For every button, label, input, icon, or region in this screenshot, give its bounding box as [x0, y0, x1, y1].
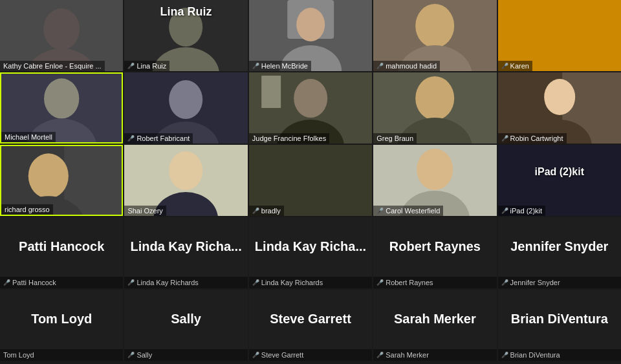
sarah-big-name: Sarah Merker: [394, 312, 476, 327]
cell-michael[interactable]: Michael Mortell: [0, 72, 123, 144]
cell-judge[interactable]: Judge Francine Ffolkes: [249, 72, 372, 144]
lina-mic-icon: 🎤: [127, 63, 135, 69]
label-sally: 🎤 Sally: [124, 349, 247, 361]
cell-sarah[interactable]: Sarah Merker 🎤 Sarah Merker: [373, 290, 496, 361]
bradly-name: bradly: [261, 207, 281, 215]
patti-big-name: Patti Hancock: [19, 239, 104, 254]
robert-r-name: Robert Raynes: [386, 279, 433, 286]
label-sarah: 🎤 Sarah Merker: [373, 349, 496, 361]
label-linda2: 🎤 Linda Kay Richards: [249, 277, 372, 288]
karen-mic-icon: 🎤: [501, 63, 508, 69]
steve-mic-icon: 🎤: [252, 352, 259, 358]
cell-tom[interactable]: Tom Loyd Tom Loyd: [0, 290, 123, 361]
steve-name: Steve Garrett: [261, 351, 303, 359]
lina-name: Lina Ruiz: [136, 62, 166, 70]
patti-name: Patti Hancock: [12, 279, 56, 286]
lina-big-name: Lina Ruiz: [124, 5, 247, 19]
cell-richard[interactable]: richard grosso: [0, 145, 123, 216]
linda1-name: Linda Kay Richards: [136, 279, 198, 286]
linda1-big-name: Linda Kay Richa...: [130, 239, 241, 254]
svg-point-23: [294, 79, 327, 118]
linda1-mic-icon: 🎤: [127, 279, 135, 286]
jennifer-mic-icon: 🎤: [501, 279, 508, 286]
cell-ipad[interactable]: iPad (2)kit 🎤 iPad (2)kit: [498, 145, 621, 216]
cell-lina[interactable]: Lina Ruiz 🎤 Lina Ruiz: [124, 0, 247, 71]
label-shai: Shai Ozery: [124, 206, 166, 216]
label-michael: Michael Mortell: [1, 132, 56, 142]
label-jennifer: 🎤 Jennifer Snyder: [498, 277, 621, 288]
cell-robert-f[interactable]: 🎤 Robert Fabricant: [124, 72, 247, 144]
svg-point-1: [43, 8, 80, 50]
cell-helen[interactable]: 🎤 Helen McBride: [249, 0, 372, 71]
steve-big-name: Steve Garrett: [270, 312, 351, 327]
robert-r-mic-icon: 🎤: [376, 279, 384, 286]
label-tom: Tom Loyd: [0, 349, 123, 361]
kathy-name: Kathy Cabre Enloe - Esquire ...: [3, 62, 102, 70]
sarah-name: Sarah Merker: [386, 351, 429, 359]
brian-name: Brian DiVentura: [510, 351, 560, 359]
label-mahmoud: 🎤 mahmoud hadid: [373, 61, 440, 71]
tom-big-name: Tom Loyd: [31, 312, 92, 327]
helen-mic-icon: 🎤: [252, 63, 259, 69]
cell-shai[interactable]: Shai Ozery: [124, 145, 247, 216]
cell-karen[interactable]: 🎤 Karen: [498, 0, 621, 71]
label-robert-f: 🎤 Robert Fabricant: [124, 133, 193, 144]
label-patti: 🎤 Patti Hancock: [0, 277, 123, 288]
jennifer-big-name: Jennifer Snyder: [510, 239, 608, 254]
jennifer-name: Jennifer Snyder: [510, 279, 560, 286]
linda2-mic-icon: 🎤: [252, 279, 259, 286]
sarah-mic-icon: 🎤: [376, 352, 384, 358]
cell-robin[interactable]: 🎤 Robin Cartwright: [498, 72, 621, 144]
tom-name: Tom Loyd: [3, 351, 34, 359]
label-judge: Judge Francine Ffolkes: [249, 133, 329, 144]
svg-point-41: [417, 149, 453, 190]
cell-mahmoud[interactable]: 🎤 mahmoud hadid: [373, 0, 496, 71]
label-linda1: 🎤 Linda Kay Richards: [124, 277, 247, 288]
label-carol: 🎤 Carol Westerfield: [373, 206, 443, 216]
cell-brian[interactable]: Brian DiVentura 🎤 Brian DiVentura: [498, 290, 621, 361]
label-ipad: 🎤 iPad (2)kit: [498, 206, 546, 216]
robin-mic-icon: 🎤: [501, 135, 508, 142]
cell-robert-r[interactable]: Robert Raynes 🎤 Robert Raynes: [373, 217, 496, 288]
cell-steve[interactable]: Steve Garrett 🎤 Steve Garrett: [249, 290, 372, 361]
svg-point-8: [296, 8, 325, 41]
sally-name: Sally: [136, 351, 152, 359]
sally-mic-icon: 🎤: [127, 352, 135, 358]
cell-greg[interactable]: Greg Braun: [373, 72, 496, 144]
greg-name: Greg Braun: [376, 134, 413, 142]
michael-name: Michael Mortell: [5, 133, 52, 141]
label-robert-r: 🎤 Robert Raynes: [373, 277, 496, 288]
label-kathy: Kathy Cabre Enloe - Esquire ...: [0, 61, 105, 71]
svg-point-16: [44, 78, 79, 118]
cell-jennifer[interactable]: Jennifer Snyder 🎤 Jennifer Snyder: [498, 217, 621, 288]
mahmoud-mic-icon: 🎤: [376, 63, 384, 69]
svg-rect-22: [261, 76, 281, 108]
shai-name: Shai Ozery: [127, 207, 162, 215]
robin-name: Robin Cartwright: [510, 134, 563, 142]
brian-big-name: Brian DiVentura: [511, 312, 608, 327]
helen-name: Helen McBride: [261, 62, 308, 70]
mahmoud-name: mahmoud hadid: [386, 62, 437, 70]
cell-bradly[interactable]: 🎤 bradly: [249, 145, 372, 216]
label-lina: 🎤 Lina Ruiz: [124, 61, 169, 71]
richard-name: richard grosso: [5, 206, 50, 213]
cell-kathy[interactable]: Kathy Cabre Enloe - Esquire ...: [0, 0, 123, 71]
karen-name: Karen: [510, 62, 529, 70]
cell-linda2[interactable]: Linda Kay Richa... 🎤 Linda Kay Richards: [249, 217, 372, 288]
carol-name: Carol Westerfield: [386, 207, 440, 215]
label-steve: 🎤 Steve Garrett: [249, 349, 372, 361]
robert-r-big-name: Robert Raynes: [389, 239, 481, 254]
bradly-mic-icon: 🎤: [252, 208, 259, 214]
label-karen: 🎤 Karen: [498, 61, 532, 71]
cell-sally[interactable]: Sally 🎤 Sally: [124, 290, 247, 361]
cell-linda1[interactable]: Linda Kay Richa... 🎤 Linda Kay Richards: [124, 217, 247, 288]
linda2-name: Linda Kay Richards: [261, 279, 323, 286]
label-greg: Greg Braun: [373, 133, 417, 144]
cell-carol[interactable]: 🎤 Carol Westerfield: [373, 145, 496, 216]
svg-point-34: [28, 153, 69, 198]
svg-point-30: [544, 79, 575, 115]
sally-big-name: Sally: [171, 312, 201, 327]
svg-point-37: [169, 151, 203, 190]
cell-patti[interactable]: Patti Hancock 🎤 Patti Hancock: [0, 217, 123, 288]
robert-f-mic-icon: 🎤: [127, 135, 135, 142]
